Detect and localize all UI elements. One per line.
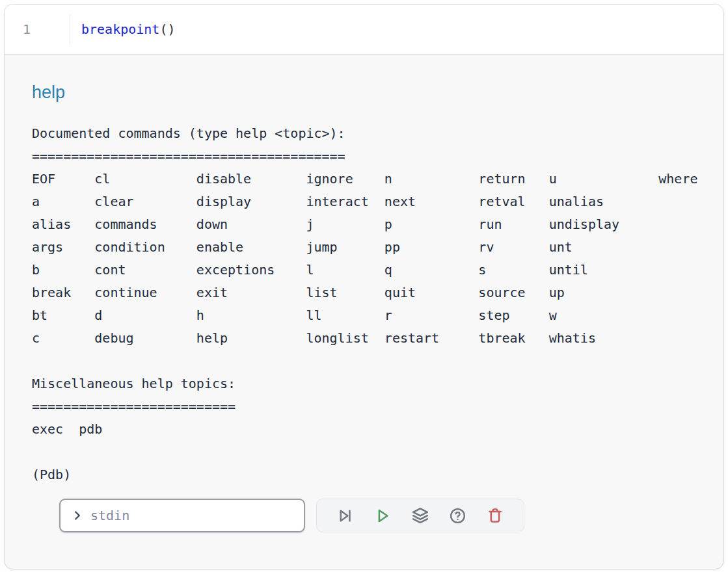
skip-forward-icon	[336, 507, 354, 525]
console-output-line: (Pdb)	[32, 463, 704, 486]
console-output-line: ========================================	[32, 145, 704, 168]
stdin-box[interactable]	[59, 499, 305, 532]
play-icon	[374, 507, 392, 525]
console-output-line: break continue exit list quit source up	[32, 281, 704, 304]
console-echoed-command: help	[32, 82, 704, 103]
console-output-line: Miscellaneous help topics:	[32, 372, 704, 395]
line-number: 1	[23, 21, 31, 37]
clear-button[interactable]	[482, 502, 508, 528]
console-output: Documented commands (type help <topic>):…	[32, 122, 704, 486]
console-footer	[59, 499, 704, 532]
console-output-line	[32, 441, 704, 463]
console-output-line: alias commands down j p run undisplay	[32, 213, 704, 236]
stack-button[interactable]	[407, 502, 433, 528]
console-output-line: ==========================	[32, 395, 704, 418]
console-output-line: exec pdb	[32, 418, 704, 441]
console-output-line	[32, 350, 704, 372]
trash-icon	[487, 507, 504, 524]
run-button[interactable]	[370, 502, 396, 528]
code-token-parens: ()	[159, 21, 175, 37]
playground-card: 1 breakpoint() help Documented commands …	[4, 4, 724, 569]
code-editor-line[interactable]: breakpoint()	[81, 21, 176, 37]
step-button[interactable]	[332, 502, 358, 528]
console-output-line: a clear display interact next retval una…	[32, 190, 704, 213]
stdin-input[interactable]	[90, 508, 296, 523]
prompt-chevron-icon	[70, 508, 85, 523]
toolbar	[316, 499, 524, 532]
console-output-line: args condition enable jump pp rv unt	[32, 236, 704, 259]
line-number-gutter: 1	[5, 21, 70, 37]
console-output-line: bt d h ll r step w	[32, 304, 704, 327]
console-output-line: b cont exceptions l q s until	[32, 259, 704, 281]
help-button[interactable]	[445, 502, 471, 528]
code-editor-bar: 1 breakpoint()	[5, 5, 723, 55]
console-panel: help Documented commands (type help <top…	[5, 82, 723, 532]
console-output-line: Documented commands (type help <topic>):	[32, 122, 704, 145]
console-output-line: EOF cl disable ignore n return u where	[32, 168, 704, 190]
help-circle-icon	[449, 507, 466, 525]
gutter-divider	[70, 14, 70, 44]
code-token-function: breakpoint	[81, 21, 159, 37]
console-output-line: c debug help longlist restart tbreak wha…	[32, 327, 704, 350]
layers-icon	[411, 506, 429, 525]
